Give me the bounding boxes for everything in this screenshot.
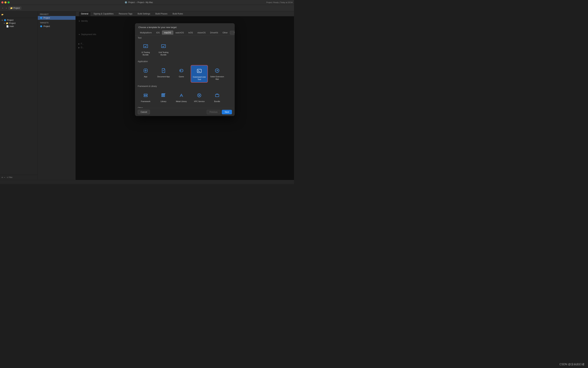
- template-unit-testing[interactable]: Unit Testing Bundle: [155, 41, 172, 58]
- next-button[interactable]: Next: [222, 110, 232, 114]
- tab-resource-tags[interactable]: Resource Tags: [116, 11, 135, 16]
- document-app-icon: [160, 67, 167, 74]
- template-safari-ext[interactable]: Safari Extension App: [209, 65, 226, 83]
- template-ui-testing[interactable]: UI Testing Bundle: [137, 41, 154, 58]
- tab-visionos[interactable]: visionOS: [195, 31, 208, 35]
- bottom-bar: [0, 180, 294, 184]
- editor-target-item[interactable]: 🔷 Project: [38, 24, 76, 28]
- tab-tvos[interactable]: tvOS: [186, 31, 195, 35]
- safari-ext-label: Safari Extension App: [210, 75, 224, 80]
- tab-other[interactable]: Other: [220, 31, 230, 35]
- window-controls[interactable]: [1, 1, 10, 3]
- tree-item-main[interactable]: 📄 main: [0, 25, 38, 28]
- tab-macos[interactable]: macOS: [162, 31, 173, 35]
- modal-header: Choose a template for your new target:: [135, 23, 235, 30]
- application-section-label: Application: [135, 59, 235, 64]
- titlebar: ⚙️ Project › Project › My Mac Project: R…: [0, 0, 294, 5]
- template-bundle[interactable]: Bundle: [209, 90, 226, 104]
- template-app[interactable]: App: [137, 65, 154, 83]
- tab-general[interactable]: General: [79, 11, 91, 16]
- template-modal: Choose a template for your new target: M…: [135, 23, 235, 116]
- template-document-app[interactable]: Document App: [155, 65, 172, 83]
- library-icon: [160, 92, 167, 99]
- tab-build-rules[interactable]: Build Rules: [170, 11, 186, 16]
- ui-testing-label: UI Testing Bundle: [138, 51, 153, 56]
- titlebar-center: ⚙️ Project › Project › My Mac: [11, 1, 266, 4]
- add-file-button[interactable]: +: [1, 176, 3, 179]
- template-metal-library[interactable]: Metal Library: [173, 90, 190, 104]
- tree-label-project-sub: Project: [9, 22, 16, 24]
- back-button[interactable]: ‹: [1, 6, 4, 10]
- svg-rect-14: [163, 94, 164, 97]
- editor-project-label: Project: [44, 17, 50, 19]
- xpc-label: XPC Service: [194, 100, 205, 102]
- svg-point-5: [182, 70, 182, 71]
- tab-ios[interactable]: iOS: [154, 31, 162, 35]
- template-framework[interactable]: Framework: [137, 90, 154, 104]
- tvos-label: tvOS: [188, 31, 193, 34]
- platform-tabs: Multiplatform iOS macOS watchOS: [135, 30, 235, 36]
- main-layout: 📂 ▼ 🔷 Project ▼ 📁 Project 📄 main + − ⊙ F…: [0, 11, 294, 180]
- previous-button[interactable]: Previous: [207, 110, 220, 114]
- tab-build-settings[interactable]: Build Settings: [135, 11, 153, 16]
- breadcrumb-separator: ›: [136, 1, 137, 4]
- metal-icon: [178, 92, 185, 99]
- titlebar-status: Project: Ready | Today at 20:54: [266, 1, 293, 3]
- chevron-down-icon: ▼: [1, 19, 3, 21]
- file-icon: 📄: [6, 25, 9, 28]
- project-icon: 🔷: [40, 17, 43, 19]
- modal-overlay: Choose a template for your new target: M…: [76, 16, 294, 180]
- svg-rect-6: [197, 69, 201, 73]
- cli-icon: [195, 67, 203, 75]
- modal-scroll: Test UI Testing Bundle: [135, 36, 235, 108]
- project-icon: 🔷: [4, 19, 6, 21]
- driverkit-label: DriverKit: [210, 31, 218, 34]
- minimize-button[interactable]: [4, 1, 7, 3]
- template-command-line-tool[interactable]: Command Line Tool: [191, 65, 208, 83]
- maximize-button[interactable]: [8, 1, 10, 3]
- template-xpc[interactable]: XPC Service: [191, 90, 208, 104]
- template-library[interactable]: Library: [155, 90, 172, 104]
- tab-build-phases-label: Build Phases: [155, 13, 167, 15]
- cli-label: Command Line Tool: [192, 76, 206, 81]
- template-game[interactable]: Game: [173, 65, 190, 83]
- svg-rect-15: [164, 94, 165, 97]
- svg-rect-19: [215, 94, 219, 97]
- tree-item-project-root[interactable]: ▼ 🔷 Project: [0, 18, 38, 22]
- cancel-button[interactable]: Cancel: [138, 110, 150, 114]
- filter-input[interactable]: [230, 31, 235, 35]
- bundle-icon: [213, 92, 221, 99]
- svg-rect-1: [161, 45, 166, 48]
- visionos-label: visionOS: [197, 31, 206, 34]
- app-label: App: [144, 75, 147, 78]
- filter-wrap: 🔍: [230, 31, 235, 35]
- navigator-icon: 📂: [1, 14, 3, 16]
- tab-watchos[interactable]: watchOS: [173, 31, 186, 35]
- svg-rect-9: [144, 94, 147, 95]
- svg-rect-13: [162, 94, 162, 97]
- unit-testing-label: Unit Testing Bundle: [156, 51, 171, 56]
- forward-button[interactable]: ›: [5, 6, 8, 10]
- safari-icon: [213, 67, 221, 74]
- editor-main: ▼ Identity Choose Info.plist File... ▼ D…: [76, 16, 294, 180]
- project-editor-sidebar: PROJECT 🔷 Project TARGETS 🔷 Project: [38, 11, 76, 180]
- svg-point-18: [198, 94, 198, 94]
- tab-signing[interactable]: Signing & Capabilities: [91, 11, 116, 16]
- close-button[interactable]: [1, 1, 3, 3]
- xpc-icon: [195, 92, 203, 99]
- metal-label: Metal Library: [176, 100, 187, 102]
- toolbar-breadcrumb[interactable]: 📁 Project: [9, 6, 21, 10]
- toolbar: ‹ › 📁 Project: [0, 5, 294, 11]
- tabs-bar: General Signing & Capabilities Resource …: [76, 11, 294, 16]
- editor-project-item[interactable]: 🔷 Project: [38, 16, 76, 20]
- tree-item-project[interactable]: ▼ 📁 Project: [0, 22, 38, 25]
- remove-file-button[interactable]: −: [4, 176, 5, 179]
- game-icon: [178, 67, 185, 74]
- tab-multiplatform[interactable]: Multiplatform: [138, 31, 154, 35]
- tree-label-main: main: [9, 25, 14, 28]
- tab-driverkit[interactable]: DriverKit: [208, 31, 220, 35]
- main-editor: General Signing & Capabilities Resource …: [76, 11, 294, 180]
- tab-build-phases[interactable]: Build Phases: [153, 11, 170, 16]
- document-app-label: Document App: [157, 75, 170, 78]
- app-icon: [142, 67, 149, 74]
